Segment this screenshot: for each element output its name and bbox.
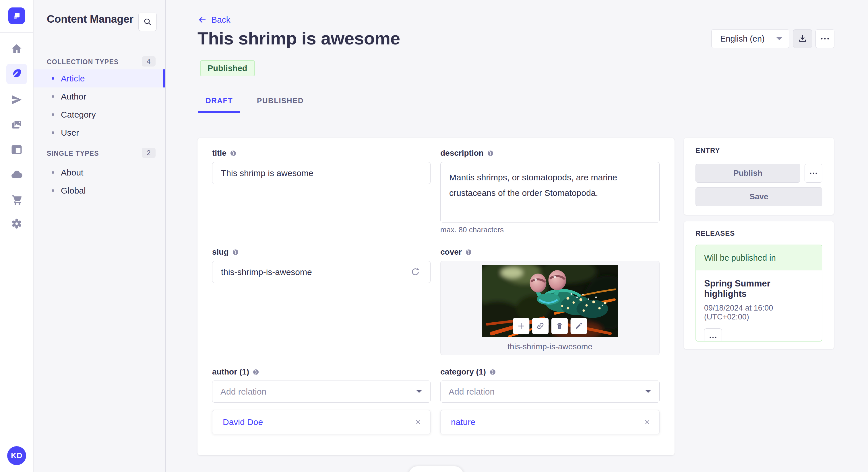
publish-button[interactable]: Publish bbox=[695, 164, 800, 183]
user-avatar[interactable]: KD bbox=[7, 446, 26, 465]
back-label: Back bbox=[211, 15, 230, 25]
release-title[interactable]: Spring Summer highlights bbox=[704, 278, 814, 299]
remove-author-relation-button[interactable] bbox=[415, 419, 422, 426]
sidebar-item-marketplace[interactable] bbox=[6, 190, 27, 210]
sidebar-item-user[interactable]: User bbox=[33, 124, 165, 142]
sidebar-item-author[interactable]: Author bbox=[33, 88, 165, 105]
field-label-text: cover bbox=[440, 247, 462, 257]
media-library-images-icon bbox=[11, 119, 23, 131]
ellipsis-icon bbox=[709, 336, 717, 338]
sidebar-item-global[interactable]: Global bbox=[33, 181, 165, 200]
description-textarea[interactable]: Mantis shrimps, or stomatopods, are mari… bbox=[440, 162, 660, 223]
release-date: 09/18/2024 at 16:00 (UTC+02:00) bbox=[704, 304, 814, 322]
refresh-icon bbox=[410, 267, 420, 277]
bullet-dot-icon bbox=[52, 77, 54, 80]
chevron-down-icon bbox=[776, 37, 783, 41]
bullet-dot-icon bbox=[52, 113, 54, 116]
home-icon bbox=[11, 43, 23, 55]
relation-placeholder: Add relation bbox=[448, 387, 495, 397]
relation-link-nature[interactable]: nature bbox=[451, 417, 475, 427]
title-input[interactable] bbox=[212, 162, 431, 184]
trash-icon bbox=[556, 322, 564, 330]
sidebar-item-media-library[interactable] bbox=[6, 114, 27, 135]
remove-category-relation-button[interactable] bbox=[644, 419, 651, 426]
bullet-dot-icon bbox=[52, 189, 54, 192]
entry-panel: ENTRY Publish Save bbox=[684, 138, 834, 215]
sidebar-item-deploy[interactable] bbox=[6, 164, 27, 185]
sidebar-item-label: Article bbox=[61, 74, 85, 83]
locale-selected-value: English (en) bbox=[720, 34, 765, 43]
entry-more-actions-button[interactable] bbox=[805, 164, 823, 183]
version-tabs: DRAFT PUBLISHED bbox=[198, 90, 311, 113]
ellipsis-icon bbox=[810, 172, 817, 174]
content-manager-feather-icon bbox=[11, 68, 23, 80]
release-card: Will be published in Spring Summer highl… bbox=[695, 245, 823, 341]
content-type-builder-layout-icon bbox=[11, 144, 23, 156]
i18n-globe-icon bbox=[465, 249, 472, 256]
bullet-dot-icon bbox=[52, 131, 54, 134]
relation-link-david-doe[interactable]: David Doe bbox=[223, 417, 263, 427]
release-status: Will be published in bbox=[696, 245, 822, 270]
subnav-title: Content Manager bbox=[47, 13, 133, 25]
deploy-cloud-icon bbox=[11, 169, 23, 181]
sidebar-item-article[interactable]: Article bbox=[33, 69, 165, 88]
release-body: Spring Summer highlights 09/18/2024 at 1… bbox=[696, 270, 822, 341]
ellipsis-icon bbox=[820, 38, 829, 40]
cover-media-panel: this-shrimp-is-awesome bbox=[440, 261, 660, 355]
slug-regenerate-button[interactable] bbox=[410, 267, 420, 277]
section-label-collection-types: COLLECTION TYPES bbox=[47, 58, 119, 66]
cover-field-label: cover bbox=[440, 247, 472, 257]
cover-edit-button[interactable] bbox=[570, 318, 587, 334]
sidebar-item-content-manager[interactable] bbox=[6, 64, 27, 84]
cover-add-button[interactable] bbox=[513, 318, 530, 334]
status-badge: Published bbox=[200, 60, 255, 76]
category-field-label: category (1) bbox=[440, 367, 496, 376]
tab-draft[interactable]: DRAFT bbox=[198, 90, 240, 113]
i18n-globe-icon bbox=[232, 249, 239, 256]
bullet-dot-icon bbox=[52, 95, 54, 98]
bottom-floating-widget[interactable] bbox=[409, 466, 463, 472]
releases-panel: RELEASES Will be published in Spring Sum… bbox=[684, 222, 834, 349]
avatar-initials: KD bbox=[11, 451, 22, 460]
i18n-globe-icon bbox=[230, 150, 237, 157]
sidebar-item-label: Global bbox=[61, 186, 86, 196]
download-icon bbox=[798, 34, 807, 43]
export-download-button[interactable] bbox=[793, 29, 812, 48]
chevron-down-icon bbox=[416, 390, 422, 394]
search-button[interactable] bbox=[138, 12, 157, 31]
sidebar-item-category[interactable]: Category bbox=[33, 105, 165, 124]
save-button[interactable]: Save bbox=[695, 187, 823, 206]
search-icon bbox=[143, 18, 152, 26]
sidebar-item-home[interactable] bbox=[6, 38, 27, 59]
category-relation-select[interactable]: Add relation bbox=[440, 380, 660, 403]
cover-delete-button[interactable] bbox=[551, 318, 568, 334]
sidebar-item-about[interactable]: About bbox=[33, 164, 165, 181]
rail-divider bbox=[0, 32, 33, 33]
entry-panel-heading: ENTRY bbox=[695, 146, 720, 155]
subnav-divider bbox=[47, 41, 61, 41]
sidebar-item-content-type-builder[interactable] bbox=[6, 139, 27, 160]
entry-form-card: title description Mantis shrimps, or sto… bbox=[197, 138, 675, 456]
author-relation-select[interactable]: Add relation bbox=[212, 380, 431, 403]
back-arrow-icon bbox=[198, 15, 207, 24]
tab-published[interactable]: PUBLISHED bbox=[249, 90, 311, 113]
collection-types-count-badge: 4 bbox=[142, 56, 156, 67]
header-more-actions-button[interactable] bbox=[815, 29, 834, 48]
plus-icon bbox=[517, 322, 525, 330]
back-link[interactable]: Back bbox=[198, 15, 230, 25]
slug-input[interactable] bbox=[212, 261, 431, 283]
sidebar-item-settings[interactable] bbox=[6, 213, 27, 234]
sidebar-item-label: User bbox=[61, 128, 79, 138]
release-plane-icon bbox=[11, 94, 23, 106]
page-title: This shrimp is awesome bbox=[197, 28, 400, 48]
cover-copy-link-button[interactable] bbox=[532, 318, 549, 334]
locale-select[interactable]: English (en) bbox=[711, 29, 789, 48]
close-icon bbox=[644, 419, 651, 426]
author-field-label: author (1) bbox=[212, 367, 259, 376]
field-label-text: category (1) bbox=[440, 367, 486, 376]
releases-panel-heading: RELEASES bbox=[695, 229, 735, 237]
marketplace-cart-icon bbox=[11, 194, 23, 206]
strapi-logo[interactable] bbox=[8, 7, 25, 24]
sidebar-item-releases[interactable] bbox=[6, 90, 27, 110]
release-more-actions-button[interactable] bbox=[704, 328, 722, 341]
